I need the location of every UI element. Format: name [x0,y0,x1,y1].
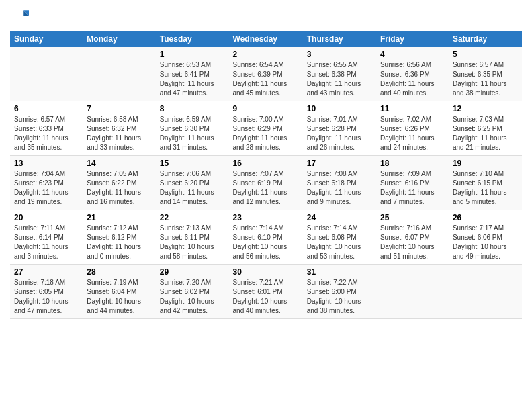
day-number: 14 [87,158,152,168]
calendar-week-row: 6Sunrise: 6:57 AMSunset: 6:33 PMDaylight… [10,101,522,156]
day-number: 27 [14,267,79,277]
day-info: Sunrise: 6:59 AMSunset: 6:30 PMDaylight:… [160,115,225,152]
day-info: Sunrise: 7:02 AMSunset: 6:26 PMDaylight:… [380,115,445,152]
day-info: Sunrise: 7:12 AMSunset: 6:12 PMDaylight:… [87,224,152,261]
day-number: 7 [87,104,152,113]
calendar-week-row: 20Sunrise: 7:11 AMSunset: 6:14 PMDayligh… [10,210,522,265]
day-number: 12 [453,104,518,113]
day-info: Sunrise: 7:17 AMSunset: 6:06 PMDaylight:… [453,224,518,261]
calendar-cell: 17Sunrise: 7:08 AMSunset: 6:18 PMDayligh… [303,156,376,210]
day-number: 23 [233,213,299,222]
day-number: 16 [233,158,299,168]
day-info: Sunrise: 6:55 AMSunset: 6:38 PMDaylight:… [307,60,372,98]
day-number: 15 [160,158,225,168]
weekday-header: Thursday [303,31,376,47]
day-info: Sunrise: 7:06 AMSunset: 6:20 PMDaylight:… [160,169,225,207]
day-info: Sunrise: 7:03 AMSunset: 6:25 PMDaylight:… [453,115,518,152]
calendar-cell: 30Sunrise: 7:21 AMSunset: 6:01 PMDayligh… [229,265,303,319]
calendar-cell: 2Sunrise: 6:54 AMSunset: 6:39 PMDaylight… [229,47,303,101]
day-number: 24 [307,213,372,222]
calendar-cell: 4Sunrise: 6:56 AMSunset: 6:36 PMDaylight… [376,47,449,101]
day-info: Sunrise: 7:09 AMSunset: 6:16 PMDaylight:… [380,169,445,207]
calendar-cell: 8Sunrise: 6:59 AMSunset: 6:30 PMDaylight… [156,101,229,156]
day-number: 29 [160,267,225,277]
calendar-week-row: 1Sunrise: 6:53 AMSunset: 6:41 PMDaylight… [10,47,522,101]
day-info: Sunrise: 6:57 AMSunset: 6:33 PMDaylight:… [14,115,79,152]
day-number: 13 [14,158,79,168]
day-number: 4 [380,50,445,59]
weekday-header: Wednesday [229,31,303,47]
calendar-cell: 6Sunrise: 6:57 AMSunset: 6:33 PMDaylight… [10,101,83,156]
calendar-cell: 5Sunrise: 6:57 AMSunset: 6:35 PMDaylight… [449,47,522,101]
day-number: 19 [453,158,518,168]
calendar-cell: 19Sunrise: 7:10 AMSunset: 6:15 PMDayligh… [449,156,522,210]
calendar-cell [10,47,83,101]
weekday-header: Friday [376,31,449,47]
calendar-cell: 31Sunrise: 7:22 AMSunset: 6:00 PMDayligh… [303,265,376,319]
calendar-cell: 16Sunrise: 7:07 AMSunset: 6:19 PMDayligh… [229,156,303,210]
day-info: Sunrise: 6:57 AMSunset: 6:35 PMDaylight:… [453,60,518,98]
calendar-cell [376,265,449,319]
calendar-cell: 9Sunrise: 7:00 AMSunset: 6:29 PMDaylight… [229,101,303,156]
calendar-cell: 14Sunrise: 7:05 AMSunset: 6:22 PMDayligh… [83,156,156,210]
day-info: Sunrise: 7:22 AMSunset: 6:00 PMDaylight:… [307,278,372,316]
calendar-cell [449,265,522,319]
weekday-header: Sunday [10,31,83,47]
day-info: Sunrise: 7:19 AMSunset: 6:04 PMDaylight:… [87,278,152,316]
day-info: Sunrise: 7:00 AMSunset: 6:29 PMDaylight:… [233,115,299,152]
calendar-cell: 28Sunrise: 7:19 AMSunset: 6:04 PMDayligh… [83,265,156,319]
day-info: Sunrise: 7:08 AMSunset: 6:18 PMDaylight:… [307,169,372,207]
calendar-cell: 3Sunrise: 6:55 AMSunset: 6:38 PMDaylight… [303,47,376,101]
calendar-cell: 26Sunrise: 7:17 AMSunset: 6:06 PMDayligh… [449,210,522,265]
page-container: SundayMondayTuesdayWednesdayThursdayFrid… [0,0,532,326]
calendar-header-row: SundayMondayTuesdayWednesdayThursdayFrid… [10,31,522,47]
day-info: Sunrise: 7:11 AMSunset: 6:14 PMDaylight:… [14,224,79,261]
header [10,7,522,26]
day-number: 3 [307,50,372,59]
day-number: 2 [233,50,299,59]
day-info: Sunrise: 7:16 AMSunset: 6:07 PMDaylight:… [380,224,445,261]
day-number: 17 [307,158,372,168]
day-number: 9 [233,104,299,113]
calendar-cell: 13Sunrise: 7:04 AMSunset: 6:23 PMDayligh… [10,156,83,210]
calendar-cell: 1Sunrise: 6:53 AMSunset: 6:41 PMDaylight… [156,47,229,101]
calendar-cell: 25Sunrise: 7:16 AMSunset: 6:07 PMDayligh… [376,210,449,265]
calendar-week-row: 13Sunrise: 7:04 AMSunset: 6:23 PMDayligh… [10,156,522,210]
calendar-cell [83,47,156,101]
calendar-cell: 23Sunrise: 7:14 AMSunset: 6:10 PMDayligh… [229,210,303,265]
calendar-cell: 27Sunrise: 7:18 AMSunset: 6:05 PMDayligh… [10,265,83,319]
day-info: Sunrise: 7:13 AMSunset: 6:11 PMDaylight:… [160,224,225,261]
calendar-cell: 11Sunrise: 7:02 AMSunset: 6:26 PMDayligh… [376,101,449,156]
day-info: Sunrise: 7:21 AMSunset: 6:01 PMDaylight:… [233,278,299,316]
day-info: Sunrise: 7:05 AMSunset: 6:22 PMDaylight:… [87,169,152,207]
weekday-header: Saturday [449,31,522,47]
day-number: 26 [453,213,518,222]
day-info: Sunrise: 6:53 AMSunset: 6:41 PMDaylight:… [160,60,225,98]
day-number: 30 [233,267,299,277]
day-info: Sunrise: 7:01 AMSunset: 6:28 PMDaylight:… [307,115,372,152]
logo [10,7,30,26]
day-number: 11 [380,104,445,113]
calendar-cell: 10Sunrise: 7:01 AMSunset: 6:28 PMDayligh… [303,101,376,156]
calendar-cell: 18Sunrise: 7:09 AMSunset: 6:16 PMDayligh… [376,156,449,210]
day-number: 22 [160,213,225,222]
calendar-cell: 15Sunrise: 7:06 AMSunset: 6:20 PMDayligh… [156,156,229,210]
calendar-cell: 12Sunrise: 7:03 AMSunset: 6:25 PMDayligh… [449,101,522,156]
day-number: 10 [307,104,372,113]
calendar-cell: 20Sunrise: 7:11 AMSunset: 6:14 PMDayligh… [10,210,83,265]
day-number: 1 [160,50,225,59]
logo-icon [10,7,29,26]
day-number: 8 [160,104,225,113]
weekday-header: Monday [83,31,156,47]
day-number: 20 [14,213,79,222]
calendar-cell: 7Sunrise: 6:58 AMSunset: 6:32 PMDaylight… [83,101,156,156]
day-info: Sunrise: 6:56 AMSunset: 6:36 PMDaylight:… [380,60,445,98]
day-number: 31 [307,267,372,277]
day-number: 5 [453,50,518,59]
day-info: Sunrise: 7:07 AMSunset: 6:19 PMDaylight:… [233,169,299,207]
weekday-header: Tuesday [156,31,229,47]
day-number: 21 [87,213,152,222]
day-number: 6 [14,104,79,113]
calendar-cell: 21Sunrise: 7:12 AMSunset: 6:12 PMDayligh… [83,210,156,265]
calendar-table: SundayMondayTuesdayWednesdayThursdayFrid… [10,31,522,319]
